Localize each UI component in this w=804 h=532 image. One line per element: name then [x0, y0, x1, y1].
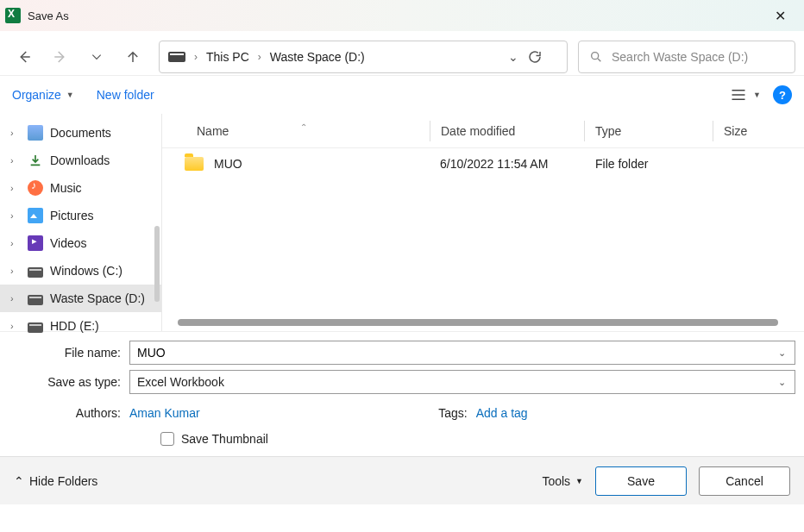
sort-indicator-icon: ⌃ [300, 122, 307, 132]
file-type: File folder [585, 157, 713, 171]
help-button[interactable]: ? [773, 85, 792, 104]
sidebar-scrollbar[interactable] [154, 226, 160, 302]
up-button[interactable] [117, 41, 148, 72]
search-input[interactable] [612, 50, 784, 64]
sidebar-item-label: Pictures [50, 209, 94, 222]
sidebar-item-documents[interactable]: › Documents [0, 119, 161, 147]
main-area: › Documents › Downloads › Music › Pictur… [0, 114, 804, 331]
drive-icon [28, 322, 43, 333]
column-name[interactable]: Name ⌃ [162, 124, 430, 138]
search-box[interactable] [578, 41, 795, 73]
chevron-right-icon: › [10, 210, 21, 221]
folder-icon [185, 157, 204, 171]
sidebar-item-videos[interactable]: › Videos [0, 229, 161, 257]
chevron-right-icon: › [10, 155, 21, 166]
column-header: Name ⌃ Date modified Type Size [162, 114, 804, 148]
form-area: File name: ⌄ Save as type: Excel Workboo… [0, 331, 804, 456]
breadcrumb-this-pc[interactable]: This PC [206, 50, 249, 64]
sidebar: › Documents › Downloads › Music › Pictur… [0, 114, 162, 331]
breadcrumb[interactable]: › This PC › Waste Space (D:) ⌄ [159, 41, 568, 73]
chevron-up-icon: ⌃ [14, 474, 24, 488]
downloads-icon [28, 153, 43, 168]
file-date: 6/10/2022 11:54 AM [430, 157, 585, 171]
tags-label: Tags: [424, 406, 476, 420]
sidebar-item-waste-space-d[interactable]: › Waste Space (D:) [0, 285, 161, 312]
tools-button[interactable]: Tools ▼ [542, 474, 583, 488]
back-button[interactable] [9, 41, 40, 72]
sidebar-item-downloads[interactable]: › Downloads [0, 147, 161, 174]
horizontal-scrollbar[interactable] [178, 319, 778, 326]
drive-icon [168, 52, 185, 62]
refresh-icon [527, 49, 543, 65]
new-folder-label: New folder [97, 88, 154, 102]
save-button[interactable]: Save [595, 466, 687, 496]
chevron-right-icon: › [10, 266, 21, 276]
videos-icon [28, 235, 43, 251]
save-type-label: Save as type: [9, 375, 129, 389]
chevron-right-icon: › [10, 321, 21, 331]
filename-label: File name: [9, 346, 129, 360]
sidebar-item-label: Waste Space (D:) [50, 291, 145, 305]
filename-field[interactable]: ⌄ [129, 341, 795, 365]
column-date[interactable]: Date modified [430, 124, 584, 138]
sidebar-item-label: Downloads [50, 153, 110, 167]
arrow-right-icon [53, 49, 68, 65]
file-name: MUO [214, 157, 242, 171]
authors-label: Authors: [9, 406, 129, 420]
authors-value[interactable]: Aman Kumar [129, 406, 200, 420]
save-type-field[interactable]: Excel Workbook ⌄ [129, 370, 795, 394]
filename-input[interactable] [137, 346, 788, 360]
search-icon [589, 50, 603, 64]
nav-bar: › This PC › Waste Space (D:) ⌄ [0, 31, 804, 76]
sidebar-item-label: Music [50, 181, 82, 195]
dropdown-icon[interactable]: ⌄ [778, 347, 786, 359]
new-folder-button[interactable]: New folder [97, 88, 154, 102]
close-button[interactable]: ✕ [761, 8, 799, 24]
sidebar-item-music[interactable]: › Music [0, 174, 161, 202]
chevron-down-icon [91, 51, 103, 63]
tags-value[interactable]: Add a tag [476, 406, 528, 420]
sidebar-item-label: Documents [50, 126, 111, 140]
view-options-button[interactable]: ▼ [731, 89, 761, 101]
toolbar: Organize ▼ New folder ▼ ? [0, 76, 804, 114]
arrow-left-icon [16, 49, 32, 65]
breadcrumb-dropdown[interactable]: ⌄ [508, 50, 518, 64]
file-row[interactable]: MUO 6/10/2022 11:54 AM File folder [162, 148, 804, 179]
chevron-right-icon: › [10, 293, 21, 304]
sidebar-item-windows-c[interactable]: › Windows (C:) [0, 257, 161, 285]
breadcrumb-drive[interactable]: Waste Space (D:) [270, 50, 365, 64]
documents-icon [28, 125, 43, 141]
recent-button[interactable] [81, 41, 112, 72]
chevron-right-icon: › [10, 238, 21, 248]
chevron-right-icon: › [10, 183, 21, 193]
drive-icon [28, 267, 43, 278]
music-icon [28, 180, 43, 196]
sidebar-item-label: Videos [50, 236, 87, 250]
arrow-up-icon [125, 49, 141, 65]
chevron-right-icon: › [10, 128, 21, 138]
save-thumbnail-label: Save Thumbnail [181, 432, 268, 446]
breadcrumb-separator: › [258, 51, 261, 63]
column-size[interactable]: Size [713, 124, 757, 138]
organize-button[interactable]: Organize ▼ [12, 88, 74, 102]
pictures-icon [28, 208, 43, 223]
caret-down-icon: ▼ [753, 91, 761, 99]
sidebar-item-hdd-e[interactable]: › HDD (E:) [0, 312, 161, 340]
column-type[interactable]: Type [585, 124, 713, 138]
window-title: Save As [28, 9, 69, 22]
list-view-icon [731, 89, 746, 101]
save-thumbnail-checkbox[interactable] [160, 432, 174, 446]
cancel-button[interactable]: Cancel [699, 466, 790, 496]
dropdown-icon[interactable]: ⌄ [778, 377, 786, 388]
title-bar: Save As ✕ [0, 0, 804, 31]
file-pane: Name ⌃ Date modified Type Size MUO 6/10/… [162, 114, 804, 331]
sidebar-item-pictures[interactable]: › Pictures [0, 202, 161, 229]
footer: ⌃ Hide Folders Tools ▼ Save Cancel [0, 456, 804, 504]
hide-folders-button[interactable]: ⌃ Hide Folders [14, 474, 97, 488]
tools-label: Tools [542, 474, 570, 488]
breadcrumb-separator: › [194, 51, 198, 63]
organize-label: Organize [12, 88, 61, 102]
forward-button[interactable] [45, 41, 76, 72]
refresh-button[interactable] [527, 49, 558, 65]
sidebar-item-label: Windows (C:) [50, 264, 122, 278]
